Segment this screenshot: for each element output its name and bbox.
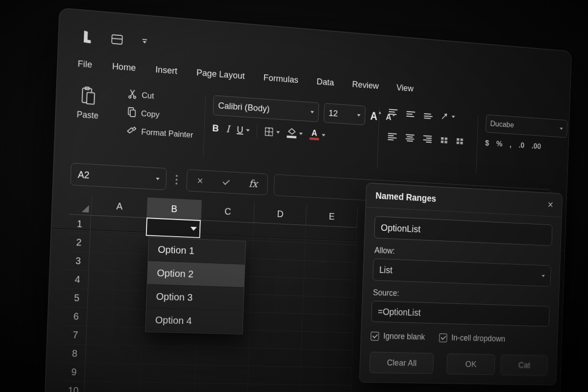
customize-quick-access-icon[interactable] xyxy=(141,38,148,48)
tab-file[interactable]: File xyxy=(77,58,93,70)
dropdown-option-2[interactable]: Option 2 xyxy=(147,261,245,288)
cell-E6[interactable] xyxy=(302,314,354,333)
cell-C8[interactable] xyxy=(196,347,249,366)
column-header-D[interactable]: D xyxy=(254,203,306,225)
underline-button[interactable]: U xyxy=(237,124,250,136)
source-input[interactable] xyxy=(371,301,550,327)
font-size-combo[interactable]: 12 xyxy=(323,103,366,125)
align-center-icon[interactable] xyxy=(405,133,415,142)
cell-E10[interactable] xyxy=(299,385,351,392)
row-header-6[interactable]: 6 xyxy=(65,307,88,326)
cut-button[interactable]: Cut xyxy=(127,87,195,106)
cell-D1[interactable] xyxy=(253,223,306,243)
column-header-C[interactable]: C xyxy=(201,200,255,222)
cell-D5[interactable] xyxy=(250,294,303,314)
cell-D4[interactable] xyxy=(251,277,304,296)
in-cell-dropdown-icon[interactable] xyxy=(190,227,196,231)
cell-E2[interactable] xyxy=(305,243,356,263)
accounting-format-icon[interactable]: $ xyxy=(485,139,489,148)
cell-D3[interactable] xyxy=(252,259,305,278)
cancel-entry-icon[interactable]: × xyxy=(197,175,203,186)
active-cell-B1[interactable] xyxy=(146,218,201,238)
cell-C9[interactable] xyxy=(195,365,248,384)
align-left-icon[interactable] xyxy=(387,132,397,141)
cell-E1[interactable] xyxy=(305,225,357,245)
cell-A8[interactable] xyxy=(85,345,142,365)
cell-A2[interactable] xyxy=(90,234,146,254)
cell-A6[interactable] xyxy=(87,308,143,328)
column-header-E[interactable]: E xyxy=(306,205,358,227)
cell-E4[interactable] xyxy=(303,278,355,297)
row-header-5[interactable]: 5 xyxy=(66,289,88,308)
cell-A10[interactable] xyxy=(84,382,141,392)
column-header-A[interactable]: A xyxy=(92,195,147,218)
in-cell-dropdown-checkbox[interactable]: In-cell dropdown xyxy=(439,333,506,344)
cell-D9[interactable] xyxy=(248,366,301,385)
ignore-blank-checkbox[interactable]: Ignore blank xyxy=(370,331,425,342)
increase-indent-icon[interactable] xyxy=(456,137,464,145)
dropdown-option-4[interactable]: Option 4 xyxy=(146,308,243,334)
row-header-9[interactable]: 9 xyxy=(63,363,85,382)
cell-E5[interactable] xyxy=(303,296,354,315)
row-header-8[interactable]: 8 xyxy=(64,344,86,364)
select-all-corner[interactable] xyxy=(69,194,92,215)
cell-B9[interactable] xyxy=(140,364,195,383)
row-header-2[interactable]: 2 xyxy=(68,233,90,253)
cell-D10[interactable] xyxy=(247,384,300,392)
drag-dots-icon[interactable] xyxy=(175,179,177,181)
italic-button[interactable]: I xyxy=(226,123,230,135)
cell-E3[interactable] xyxy=(304,261,355,280)
decrease-decimal-icon[interactable]: .00 xyxy=(532,142,541,151)
percent-style-icon[interactable]: % xyxy=(496,139,503,148)
increase-decimal-icon[interactable]: .0 xyxy=(518,141,524,150)
insert-function-icon[interactable]: fx xyxy=(248,178,258,190)
font-color-button[interactable]: A xyxy=(309,129,325,141)
align-middle-icon[interactable] xyxy=(406,109,416,118)
cell-E7[interactable] xyxy=(301,332,353,350)
paste-button[interactable]: Paste xyxy=(76,86,99,121)
name-box[interactable]: A2 xyxy=(70,163,167,190)
confirm-entry-icon[interactable] xyxy=(222,178,229,185)
cell-A4[interactable] xyxy=(88,271,145,291)
font-family-combo[interactable]: Calibri (Body) xyxy=(213,95,319,122)
cell-D8[interactable] xyxy=(248,348,301,367)
decrease-indent-icon[interactable] xyxy=(440,136,448,144)
tab-view[interactable]: View xyxy=(396,82,414,94)
column-header-B[interactable]: B xyxy=(147,197,202,220)
dropdown-option-3[interactable]: Option 3 xyxy=(147,285,244,311)
row-header-10[interactable]: 10 xyxy=(62,382,85,392)
cell-C1[interactable] xyxy=(200,220,254,241)
clear-all-button[interactable]: Clear All xyxy=(369,352,434,374)
save-icon[interactable] xyxy=(111,33,123,48)
cell-A9[interactable] xyxy=(85,363,141,382)
row-header-7[interactable]: 7 xyxy=(64,326,87,345)
cell-B8[interactable] xyxy=(141,346,196,365)
cell-E9[interactable] xyxy=(300,367,352,386)
tab-review[interactable]: Review xyxy=(352,79,379,91)
bold-button[interactable]: B xyxy=(212,122,219,134)
cell-C10[interactable] xyxy=(194,383,248,392)
tab-page-layout[interactable]: Page Layout xyxy=(196,67,245,81)
orientation-button[interactable] xyxy=(441,111,455,121)
cell-A3[interactable] xyxy=(89,252,146,273)
align-right-icon[interactable] xyxy=(422,135,433,144)
tab-data[interactable]: Data xyxy=(317,76,334,88)
row-header-3[interactable]: 3 xyxy=(67,251,90,270)
cell-A1[interactable] xyxy=(90,216,147,236)
align-top-icon[interactable] xyxy=(388,108,398,117)
cancel-button[interactable]: Cat xyxy=(500,354,548,376)
cell-D2[interactable] xyxy=(252,241,305,261)
format-painter-button[interactable]: Format Painter xyxy=(126,124,193,143)
cell-D6[interactable] xyxy=(250,313,303,332)
cell-D7[interactable] xyxy=(249,330,302,349)
ok-button[interactable]: OK xyxy=(446,353,495,375)
range-name-input[interactable] xyxy=(374,216,552,246)
align-bottom-icon[interactable] xyxy=(423,110,434,119)
fill-color-button[interactable] xyxy=(287,127,303,139)
number-format-combo[interactable]: Ducabe xyxy=(486,115,567,138)
tab-insert[interactable]: Insert xyxy=(155,64,178,76)
cell-B10[interactable] xyxy=(140,383,195,392)
cell-A5[interactable] xyxy=(88,290,144,310)
row-header-4[interactable]: 4 xyxy=(66,270,89,289)
cell-A7[interactable] xyxy=(86,326,143,346)
